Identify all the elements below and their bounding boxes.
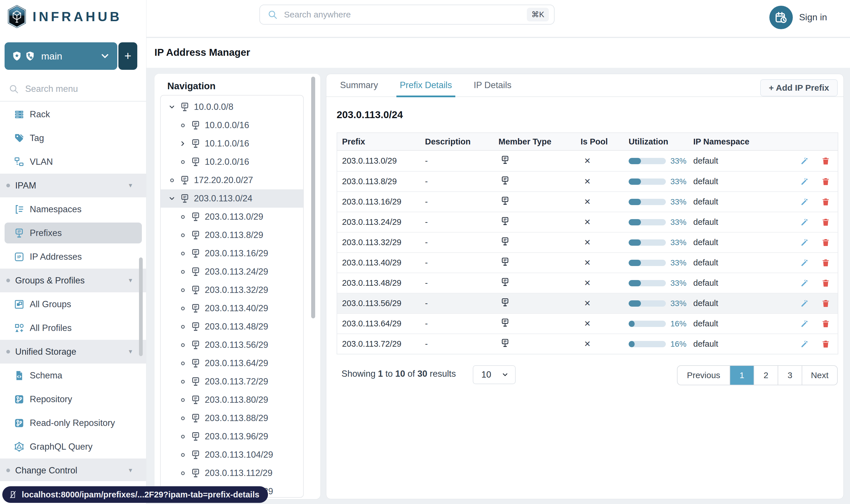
delete-icon[interactable] <box>821 340 830 349</box>
pagination-page-2[interactable]: 2 <box>754 366 778 385</box>
edit-icon[interactable] <box>800 340 809 349</box>
pagination-page-3[interactable]: 3 <box>778 366 802 385</box>
ip-prefix-icon: IP <box>191 139 201 149</box>
table-row[interactable]: 203.0.113.24/29 - IP ✕ 33% default <box>337 212 838 232</box>
sidebar-section-groups-profiles[interactable]: Groups & Profiles ▼ <box>0 269 146 292</box>
tree-item-203-0-113-0-24[interactable]: IP 203.0.113.0/24 <box>161 190 303 208</box>
edit-icon[interactable] <box>800 157 809 166</box>
edit-icon[interactable] <box>800 197 809 206</box>
tree-item-203-0-113-104-29[interactable]: IP 203.0.113.104/29 <box>161 446 303 464</box>
sidebar-item-schema[interactable]: Schema <box>0 363 146 387</box>
tree-item-203-0-113-16-29[interactable]: IP 203.0.113.16/29 <box>161 244 303 263</box>
tab-ip-details[interactable]: IP Details <box>470 74 515 97</box>
branch-selector[interactable]: main <box>4 42 117 70</box>
tab-prefix-details[interactable]: Prefix Details <box>396 74 456 97</box>
tree-item-10-0-0-0-16[interactable]: IP 10.0.0.0/16 <box>161 116 303 134</box>
ip-prefix-icon: IP <box>191 230 201 240</box>
tree-item-10-2-0-0-16[interactable]: IP 10.2.0.0/16 <box>161 153 303 171</box>
tree-item-203-0-113-32-29[interactable]: IP 203.0.113.32/29 <box>161 281 303 299</box>
sidebar-section-unified-storage[interactable]: Unified Storage ▼ <box>0 340 146 363</box>
cell-namespace: default <box>693 319 777 328</box>
utilization-bar <box>629 219 666 226</box>
tree-item-203-0-113-56-29[interactable]: IP 203.0.113.56/29 <box>161 336 303 354</box>
tree-item-203-0-113-72-29[interactable]: IP 203.0.113.72/29 <box>161 373 303 391</box>
table-row[interactable]: 203.0.113.72/29 - IP ✕ 16% default <box>337 334 838 354</box>
pagination-page-1[interactable]: 1 <box>729 366 754 385</box>
tree-item-203-0-113-88-29[interactable]: IP 203.0.113.88/29 <box>161 409 303 427</box>
edit-icon[interactable] <box>800 177 809 186</box>
delete-icon[interactable] <box>821 197 830 206</box>
table-row[interactable]: 203.0.113.48/29 - IP ✕ 33% default <box>337 273 838 293</box>
add-branch-button[interactable]: + <box>119 42 137 70</box>
tab-summary[interactable]: Summary <box>337 74 381 97</box>
svg-text:IP: IP <box>194 141 197 144</box>
sidebar-item-ip-addresses[interactable]: IP IP Addresses <box>0 245 146 269</box>
sidebar-item-namespaces[interactable]: Namespaces <box>0 197 146 221</box>
sidebar-item-all-profiles[interactable]: All Profiles <box>0 316 146 340</box>
tree-item-203-0-113-40-29[interactable]: IP 203.0.113.40/29 <box>161 299 303 318</box>
cell-member-type: IP <box>499 216 581 228</box>
edit-icon[interactable] <box>800 319 809 328</box>
svg-text:IP: IP <box>194 214 197 217</box>
table-header-row: PrefixDescriptionMember TypeIs PoolUtili… <box>337 133 838 151</box>
pagination-next[interactable]: Next <box>802 366 837 385</box>
tree-item-203-0-113-64-29[interactable]: IP 203.0.113.64/29 <box>161 354 303 373</box>
sidebar-item-vlan[interactable]: VLAN <box>0 150 146 174</box>
page-size-select[interactable]: 10 <box>473 365 516 384</box>
sidebar-section-change-control[interactable]: Change Control ▼ <box>0 458 146 481</box>
table-row[interactable]: 203.0.113.56/29 - IP ✕ 33% default <box>337 293 838 313</box>
leaf-circle-icon <box>178 157 187 167</box>
table-row[interactable]: 203.0.113.64/29 - IP ✕ 16% default <box>337 313 838 334</box>
pagination-previous[interactable]: Previous <box>677 366 729 385</box>
sidebar-item-graphql-query[interactable]: GraphQL Query <box>0 435 146 458</box>
sidebar-item-all-groups[interactable]: All Groups <box>0 292 146 316</box>
delete-icon[interactable] <box>821 157 830 166</box>
sidebar-item-prefixes[interactable]: IP Prefixes <box>0 221 146 245</box>
link-document-icon <box>8 490 17 499</box>
collapse-triangle-icon: ▼ <box>128 277 133 284</box>
delete-icon[interactable] <box>821 299 830 308</box>
tree-item-203-0-113-96-29[interactable]: IP 203.0.113.96/29 <box>161 427 303 446</box>
sidebar-item-rack[interactable]: Rack <box>0 103 146 126</box>
logo[interactable]: INFRAHUB <box>7 5 122 28</box>
delete-icon[interactable] <box>821 278 830 288</box>
table-row[interactable]: 203.0.113.16/29 - IP ✕ 33% default <box>337 191 838 212</box>
table-row[interactable]: 203.0.113.0/29 - IP ✕ 33% default <box>337 151 838 171</box>
edit-icon[interactable] <box>800 278 809 288</box>
tree-item-203-0-113-24-29[interactable]: IP 203.0.113.24/29 <box>161 263 303 281</box>
table-row[interactable]: 203.0.113.8/29 - IP ✕ 33% default <box>337 171 838 191</box>
cell-utilization: 33% <box>629 197 693 206</box>
delete-icon[interactable] <box>821 258 830 267</box>
tree-item-10-1-0-0-16[interactable]: IP 10.1.0.0/16 <box>161 134 303 153</box>
tree-item-203-0-113-0-29[interactable]: IP 203.0.113.0/29 <box>161 208 303 226</box>
sidebar-item-repository[interactable]: Repository <box>0 387 146 411</box>
tree-item-203-0-113-112-29[interactable]: IP 203.0.113.112/29 <box>161 464 303 482</box>
sidebar-search-input[interactable]: Search menu <box>0 80 146 98</box>
tree-item-203-0-113-48-29[interactable]: IP 203.0.113.48/29 <box>161 318 303 336</box>
edit-icon[interactable] <box>800 299 809 308</box>
edit-icon[interactable] <box>800 238 809 247</box>
sidebar-section-ipam[interactable]: IPAM ▼ <box>0 174 146 197</box>
ip-prefix-icon: IP <box>191 431 201 442</box>
global-search-input[interactable]: Search anywhere ⌘K <box>259 4 555 24</box>
sidebar-scrollbar[interactable] <box>139 257 143 356</box>
tree-item-203-0-113-80-29[interactable]: IP 203.0.113.80/29 <box>161 391 303 409</box>
delete-icon[interactable] <box>821 218 830 227</box>
tree-item-172-20-20-0-27[interactable]: IP 172.20.20.0/27 <box>161 171 303 190</box>
add-ip-prefix-button[interactable]: + Add IP Prefix <box>760 79 838 96</box>
delete-icon[interactable] <box>821 319 830 328</box>
table-row[interactable]: 203.0.113.40/29 - IP ✕ 33% default <box>337 252 838 273</box>
navigation-scrollbar[interactable] <box>311 77 315 318</box>
edit-icon[interactable] <box>800 258 809 267</box>
column-header-description: Description <box>425 137 499 146</box>
sidebar-item-read-only-repository[interactable]: Read-only Repository <box>0 411 146 435</box>
tree-item-10-0-0-0-8[interactable]: IP 10.0.0.0/8 <box>161 98 303 116</box>
time-travel-button[interactable] <box>770 6 793 29</box>
sign-in-button[interactable]: Sign in <box>799 0 827 34</box>
delete-icon[interactable] <box>821 238 830 247</box>
delete-icon[interactable] <box>821 177 830 186</box>
sidebar-item-tag[interactable]: Tag <box>0 126 146 150</box>
table-row[interactable]: 203.0.113.32/29 - IP ✕ 33% default <box>337 232 838 252</box>
edit-icon[interactable] <box>800 218 809 227</box>
tree-item-203-0-113-8-29[interactable]: IP 203.0.113.8/29 <box>161 226 303 244</box>
